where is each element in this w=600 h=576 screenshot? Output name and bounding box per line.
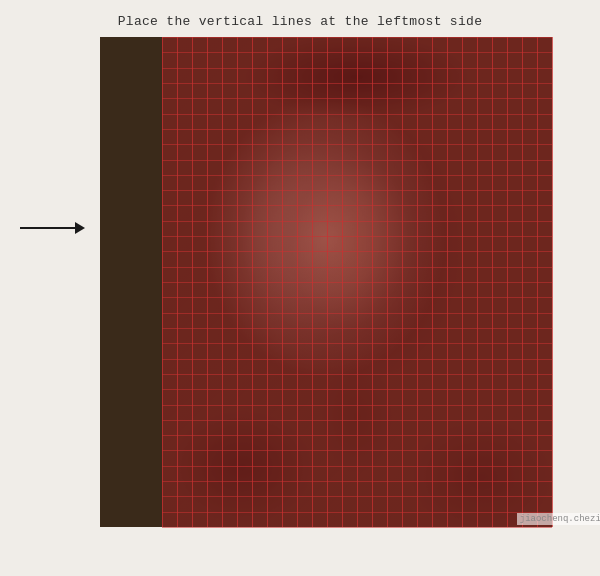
canvas-area: jiaochenq.chezidian.com: [100, 37, 552, 527]
arrow-line: [20, 227, 75, 229]
instruction-text: Place the vertical lines at the leftmost…: [0, 0, 600, 37]
photo-container: [100, 37, 552, 527]
horizontal-line: [162, 527, 552, 528]
watermark: jiaochenq.chezidian.com: [517, 513, 600, 525]
face-detail: [162, 37, 552, 527]
arrow-container: [20, 222, 85, 234]
vertical-line: [552, 37, 553, 527]
arrow-head: [75, 222, 85, 234]
